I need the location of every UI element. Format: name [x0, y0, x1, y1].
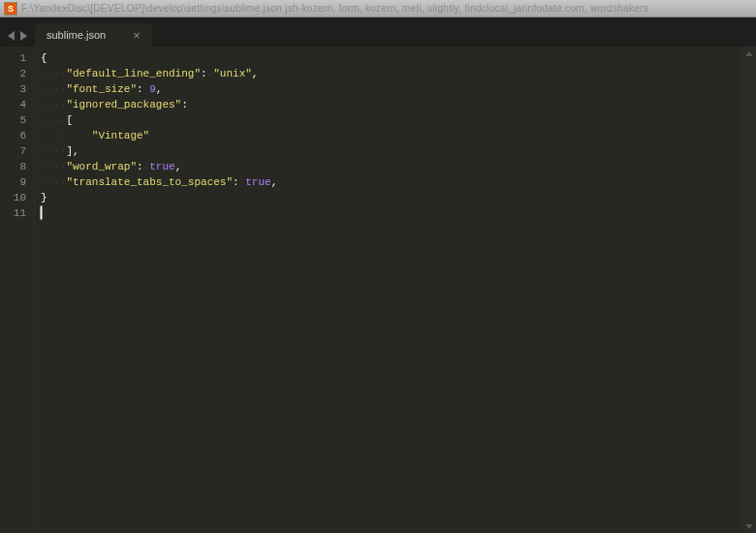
tab-active[interactable]: sublime.json ×	[35, 23, 152, 47]
code-content[interactable]: {····"default_line_ending":·"unix",····"…	[35, 47, 756, 533]
json-key: "font_size"	[66, 83, 137, 95]
json-key: "ignored_packages"	[66, 99, 181, 110]
line-number: 7	[0, 143, 26, 159]
nav-forward-icon[interactable]	[20, 31, 27, 41]
whitespace: ····	[41, 114, 66, 126]
tab-bar: sublime.json ×	[0, 17, 756, 47]
comma: ,	[73, 145, 79, 157]
line-number: 10	[0, 190, 26, 205]
line-number: 5	[0, 112, 26, 128]
vertical-scrollbar[interactable]	[742, 47, 756, 533]
line-number: 1	[0, 50, 26, 66]
json-string: "Vintage"	[92, 130, 149, 141]
whitespace: ········	[41, 130, 92, 141]
close-icon[interactable]: ×	[133, 29, 141, 42]
line-number: 6	[0, 128, 26, 143]
text-cursor	[41, 206, 42, 219]
line-number-gutter: 1 2 3 4 5 6 7 8 9 10 11	[0, 47, 35, 533]
whitespace: ····	[41, 83, 66, 95]
colon: :	[137, 161, 143, 172]
comma: ,	[156, 83, 163, 95]
colon: :	[233, 176, 239, 188]
brace-open: {	[41, 52, 47, 64]
tab-filename: sublime.json	[47, 29, 106, 41]
json-string: "unix"	[213, 68, 252, 79]
whitespace: ····	[41, 161, 66, 172]
line-number: 4	[0, 97, 26, 112]
colon: :	[181, 99, 188, 110]
colon: :	[201, 68, 207, 79]
window-title-path: F:\YandexDisc\[DEVELOP]\develop\settings…	[21, 3, 648, 14]
comma: ,	[252, 68, 259, 79]
line-number: 11	[0, 205, 26, 221]
json-key: "default_line_ending"	[66, 68, 201, 79]
line-number: 3	[0, 81, 26, 97]
line-number: 8	[0, 159, 26, 174]
line-number: 2	[0, 66, 26, 81]
comma: ,	[271, 176, 278, 188]
json-key: "translate_tabs_to_spaces"	[66, 176, 233, 188]
comma: ,	[175, 161, 182, 172]
whitespace: ····	[41, 176, 66, 188]
chevron-up-icon	[745, 51, 753, 56]
whitespace: ····	[41, 68, 66, 79]
colon: :	[137, 83, 143, 95]
bracket-open: [	[66, 114, 73, 126]
brace-close: }	[41, 192, 47, 204]
json-bool: true	[245, 176, 270, 188]
editor-area: 1 2 3 4 5 6 7 8 9 10 11 {····"default_li…	[0, 47, 756, 533]
whitespace: ····	[41, 145, 66, 157]
nav-buttons	[4, 31, 35, 47]
whitespace: ····	[41, 99, 66, 110]
line-number: 9	[0, 174, 26, 190]
json-bool: true	[149, 161, 174, 172]
chevron-down-icon	[745, 524, 753, 529]
nav-back-icon[interactable]	[8, 31, 15, 41]
json-number: 9	[149, 83, 156, 95]
json-key: "word_wrap"	[66, 161, 137, 172]
window-titlebar: S F:\YandexDisc\[DEVELOP]\develop\settin…	[0, 0, 756, 17]
scroll-down-button[interactable]	[742, 519, 756, 533]
app-icon: S	[4, 2, 17, 16]
scroll-up-button[interactable]	[742, 47, 756, 60]
